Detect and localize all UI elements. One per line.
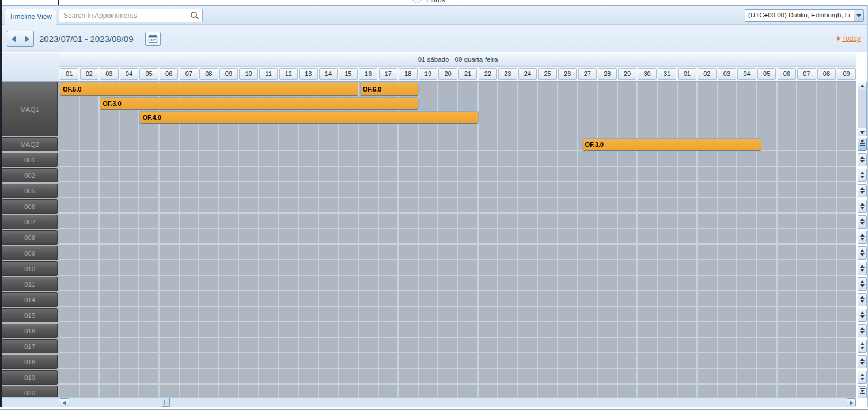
next-period-button[interactable]: [20, 31, 34, 47]
appointment-of.5.0[interactable]: OF.5.0: [60, 83, 358, 96]
resource-cell-009[interactable]: 009: [2, 246, 58, 260]
day-header-cell[interactable]: 27: [578, 68, 597, 80]
day-header-cell[interactable]: 13: [299, 68, 317, 80]
scroll-up-button[interactable]: [858, 82, 866, 90]
row-resize-button[interactable]: [858, 355, 867, 368]
day-header-cell[interactable]: 08: [199, 68, 218, 80]
day-header-cell[interactable]: 05: [139, 68, 158, 80]
day-header-cell[interactable]: 31: [658, 68, 676, 80]
day-header-cell[interactable]: 30: [638, 68, 656, 80]
row-resize-button[interactable]: [858, 200, 867, 213]
grid-row-009[interactable]: [59, 246, 856, 260]
resource-cell-019[interactable]: 019: [2, 370, 58, 385]
day-header-cell[interactable]: 16: [359, 68, 377, 80]
resource-cell-016[interactable]: 016: [2, 324, 58, 338]
row-resize-button[interactable]: [858, 184, 867, 197]
row-resize-button[interactable]: [858, 215, 867, 229]
appointment-of.4.0[interactable]: OF.4.0: [139, 111, 479, 124]
resource-cell-002[interactable]: 002: [2, 168, 58, 182]
grid-row-019[interactable]: [59, 370, 856, 385]
row-resize-button[interactable]: [858, 169, 867, 182]
resource-cell-maq1[interactable]: MAQ1: [2, 82, 58, 136]
resource-cell-maq2[interactable]: MAQ2: [2, 137, 58, 151]
grid-row-001[interactable]: [59, 153, 856, 167]
row-resize-button[interactable]: [858, 153, 867, 166]
day-header-cell[interactable]: 28: [598, 68, 616, 80]
horizontal-scrollbar[interactable]: [59, 397, 856, 407]
day-header-cell[interactable]: 03: [100, 68, 118, 80]
day-header-cell[interactable]: 24: [518, 68, 537, 80]
grid-row-007[interactable]: [59, 215, 856, 229]
day-header-cell[interactable]: 29: [618, 68, 636, 80]
day-header-cell[interactable]: 25: [538, 68, 556, 80]
day-header-cell[interactable]: 14: [319, 68, 338, 80]
grid-row-006[interactable]: [59, 199, 856, 214]
day-header-cell[interactable]: 10: [239, 68, 257, 80]
timezone-dropdown-button[interactable]: [854, 10, 863, 21]
day-header-cell[interactable]: 07: [797, 68, 816, 80]
day-header-cell[interactable]: 17: [379, 68, 397, 80]
tab-timeline-view[interactable]: Timeline View: [5, 9, 56, 25]
timeline-grid[interactable]: OF.5.0OF.6.0OF.3.0OF.4.0OF.3.0: [59, 82, 856, 397]
grid-row-016[interactable]: [59, 324, 856, 338]
calendar-picker-button[interactable]: 12: [145, 32, 161, 46]
grid-row-014[interactable]: [59, 292, 856, 307]
appointment-of.3.0[interactable]: OF.3.0: [582, 138, 762, 151]
day-header-cell[interactable]: 06: [160, 68, 178, 80]
day-header-cell[interactable]: 11: [259, 68, 278, 80]
grid-row-018[interactable]: [59, 355, 856, 369]
day-header-cell[interactable]: 19: [419, 68, 437, 80]
day-header-cell[interactable]: 09: [219, 68, 238, 80]
row-resize-button[interactable]: [858, 309, 867, 322]
day-header-cell[interactable]: 26: [558, 68, 577, 80]
resource-cell-017[interactable]: 017: [2, 339, 58, 353]
day-header-cell[interactable]: 06: [778, 68, 796, 80]
day-header-cell[interactable]: 08: [817, 68, 836, 80]
collapse-rows-button[interactable]: [858, 386, 867, 398]
row-resize-button[interactable]: [858, 262, 867, 275]
grid-row-020[interactable]: [59, 386, 856, 397]
resource-cell-006[interactable]: 006: [2, 199, 58, 214]
resource-cell-014[interactable]: 014: [2, 292, 58, 307]
day-header-cell[interactable]: 22: [479, 68, 497, 80]
resource-cell-015[interactable]: 015: [2, 308, 58, 322]
resource-cell-018[interactable]: 018: [2, 355, 58, 369]
day-header-cell[interactable]: 20: [438, 68, 457, 80]
day-header-cell[interactable]: 01: [60, 68, 78, 80]
resource-cell-011[interactable]: 011: [2, 277, 58, 291]
timezone-select[interactable]: (UTC+00:00) Dublin, Edinburgh, Li: [745, 9, 864, 22]
day-header-cell[interactable]: 07: [180, 68, 198, 80]
row-resize-button[interactable]: [858, 371, 867, 384]
day-header-cell[interactable]: 21: [458, 68, 477, 80]
day-header-cell[interactable]: 02: [698, 68, 716, 80]
grid-row-008[interactable]: [59, 230, 856, 245]
grid-row-011[interactable]: [59, 277, 856, 291]
day-header-cell[interactable]: 04: [120, 68, 138, 80]
day-header-cell[interactable]: 23: [498, 68, 517, 80]
scroll-left-button[interactable]: [60, 398, 69, 406]
day-header-cell[interactable]: 05: [757, 68, 776, 80]
appointment-of.6.0[interactable]: OF.6.0: [360, 83, 419, 96]
day-header-cell[interactable]: 15: [339, 68, 357, 80]
day-header-cell[interactable]: 01: [678, 68, 696, 80]
row-resize-button[interactable]: [858, 293, 867, 306]
resource-cell-001[interactable]: 001: [2, 153, 58, 167]
row-resize-button[interactable]: [858, 340, 867, 353]
grid-row-005[interactable]: [59, 184, 856, 198]
row-resize-button[interactable]: [858, 277, 867, 291]
resource-cell-008[interactable]: 008: [2, 230, 58, 245]
row-resize-button[interactable]: [858, 246, 867, 260]
appointment-of.3.0[interactable]: OF.3.0: [100, 97, 419, 110]
search-icon[interactable]: [190, 11, 199, 20]
grid-row-015[interactable]: [59, 308, 856, 322]
today-link[interactable]: Today: [837, 35, 861, 43]
scrollbar-thumb[interactable]: [162, 398, 170, 407]
grid-row-010[interactable]: [59, 261, 856, 276]
resource-cell-010[interactable]: 010: [2, 261, 58, 276]
resource-cell-005[interactable]: 005: [2, 184, 58, 198]
day-header-cell[interactable]: 09: [837, 68, 855, 80]
grid-row-002[interactable]: [59, 168, 856, 182]
day-header-cell[interactable]: 04: [737, 68, 756, 80]
row-vertical-scrollbar[interactable]: [858, 82, 867, 136]
row-resize-button[interactable]: [858, 324, 867, 337]
